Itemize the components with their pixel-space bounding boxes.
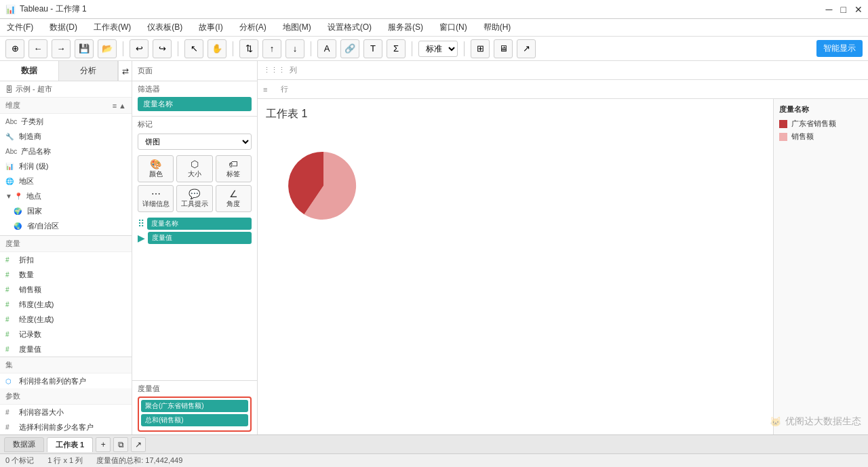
add-worksheet-btn[interactable]: + (96, 437, 111, 452)
menu-file[interactable]: 文件(F) (4, 20, 36, 35)
field-productname[interactable]: Abc 产品名称 (0, 144, 132, 159)
field-manufacturer[interactable]: 🔧 制造商 (0, 129, 132, 144)
close-btn[interactable]: ✕ (854, 4, 863, 15)
worksheet-title: 工作表 1 (266, 107, 765, 121)
toolbar-text-btn[interactable]: T (363, 39, 382, 58)
field-icon: 📊 (5, 163, 15, 170)
menu-window[interactable]: 窗口(N) (437, 20, 470, 35)
toolbar-redo-btn[interactable]: ↪ (153, 39, 172, 58)
left-tabs: 数据 分析 ⇄ (0, 61, 132, 81)
toolbar-save-btn[interactable]: 💾 (75, 39, 94, 58)
toolbar-select-btn[interactable]: ↖ (184, 39, 203, 58)
measure-values-section: 度量值 聚合(广东省销售额) 总和(销售额) (132, 380, 257, 434)
menu-analysis[interactable]: 分析(A) (237, 20, 269, 35)
panel-toggle-btn[interactable]: ⇄ (118, 61, 132, 81)
watermark-text: 优阁达大数据生态 (785, 415, 861, 428)
toolbar-sort-desc-btn[interactable]: ↓ (285, 39, 304, 58)
field-latitude[interactable]: # 纬度(生成) (0, 297, 132, 312)
marks-detail-btn[interactable]: ⋯ 详细信息 (138, 185, 174, 212)
maximize-btn[interactable]: □ (841, 4, 846, 15)
field-province[interactable]: 🌏 省/自治区 (0, 218, 132, 233)
toolbar-calc-btn[interactable]: Σ (387, 39, 406, 58)
toolbar-sort-asc-btn[interactable]: ↑ (262, 39, 281, 58)
filter-chip-measurenames[interactable]: 度量名称 (138, 97, 252, 111)
worksheet-tab[interactable]: 工作表 1 (47, 437, 93, 452)
toolbar-screen-btn[interactable]: 🖥 (494, 39, 513, 58)
field-icon: # (5, 286, 15, 293)
marks-size-btn[interactable]: ⬡ 大小 (176, 155, 212, 182)
tab-analysis[interactable]: 分析 (59, 61, 118, 81)
menu-format[interactable]: 设置格式(O) (325, 20, 374, 35)
watermark-icon: 🐱 (770, 416, 781, 427)
field-longitude[interactable]: # 经度(生成) (0, 312, 132, 327)
field-location[interactable]: ▼ 📍 地点 (0, 188, 132, 203)
toolbar-link-btn[interactable]: 🔗 (340, 39, 359, 58)
titlebar-left: 📊 Tableau - 工作簿 1 (5, 3, 87, 15)
field-quantity[interactable]: # 数量 (0, 267, 132, 282)
tab-data[interactable]: 数据 (0, 61, 59, 81)
field-discount[interactable]: # 折扣 (0, 252, 132, 267)
field-subcategory[interactable]: Abc 子类别 (0, 114, 132, 129)
app-title: Tableau - 工作簿 1 (20, 3, 87, 15)
marks-angle-btn[interactable]: ∠ 角度 (216, 185, 252, 212)
field-set-profit[interactable]: ⬡ 利润排名前列的客户 (0, 373, 132, 388)
measures-header: 度量 (0, 236, 132, 252)
toolbar-newsource-btn[interactable]: 📂 (98, 39, 117, 58)
dimensions-header: 维度 ≡ ▲ (0, 98, 132, 114)
status-rowscols: 1 行 x 1 列 (47, 455, 83, 466)
field-icon: ▼ 📍 (5, 192, 22, 200)
toolbar-font-btn[interactable]: A (317, 39, 336, 58)
field-measurevalues[interactable]: # 度量值 (0, 342, 132, 357)
smart-display-button[interactable]: 智能显示 (816, 40, 863, 57)
toolbar-home-btn[interactable]: ⊕ (5, 39, 24, 58)
menu-map[interactable]: 地图(M) (280, 20, 314, 35)
menu-help[interactable]: 帮助(H) (481, 20, 514, 35)
row-shelf: ≡ 行 (258, 80, 868, 99)
toolbar-pan-btn[interactable]: ✋ (208, 39, 226, 58)
marks-grid: 🎨 颜色 ⬡ 大小 🏷 标签 ⋯ 详细信息 💬 工具提示 (138, 155, 252, 212)
marks-tooltip-btn[interactable]: 💬 工具提示 (176, 185, 212, 212)
duplicate-worksheet-btn[interactable]: ⧉ (113, 437, 128, 452)
field-recordcount[interactable]: # 记录数 (0, 327, 132, 342)
parameters-header: 参数 (0, 388, 132, 405)
toolbar-share-btn[interactable]: ↗ (517, 39, 536, 58)
measure-chip-sales[interactable]: 总和(销售额) (141, 414, 248, 426)
field-icon: 🌏 (14, 222, 23, 230)
dimensions-toggle[interactable]: ≡ ▲ (113, 102, 126, 110)
toolbar-table-btn[interactable]: ⊞ (471, 39, 490, 58)
toolbar-swap-btn[interactable]: ⇅ (239, 39, 258, 58)
field-profitlevel[interactable]: 📊 利润 (级) (0, 159, 132, 174)
toolbar-forward-btn[interactable]: → (52, 39, 71, 58)
statusbar: 0 个标记 1 行 x 1 列 度量值的总和: 17,442,449 (0, 453, 868, 467)
export-worksheet-btn[interactable]: ↗ (131, 437, 146, 452)
bottom-tabs: 数据源 工作表 1 + ⧉ ↗ (0, 434, 868, 453)
field-sales[interactable]: # 销售额 (0, 282, 132, 297)
menu-story[interactable]: 故事(I) (196, 20, 225, 35)
field-param-profitsize[interactable]: # 利润容器大小 (0, 405, 132, 420)
measure-values-header: 度量值 (138, 384, 252, 394)
menu-server[interactable]: 服务器(S) (385, 20, 426, 35)
marks-label-btn[interactable]: 🏷 标签 (216, 155, 252, 182)
dimensions-list: Abc 子类别 🔧 制造商 Abc 产品名称 📊 利润 (级) 🌐 地区 ▼ 📍 (0, 114, 132, 236)
marks-type-dropdown[interactable]: 饼图 (138, 134, 252, 150)
menu-worksheet[interactable]: 工作表(W) (91, 20, 134, 35)
datasource-tab[interactable]: 数据源 (4, 437, 44, 452)
field-param-profittop[interactable]: # 选择利润前多少名客户 (0, 420, 132, 434)
pages-section: 页面 (132, 61, 257, 81)
toolbar-back-btn[interactable]: ← (28, 39, 47, 58)
field-icon: 🔧 (5, 133, 15, 140)
minimize-btn[interactable]: ─ (826, 4, 833, 15)
db-icon: 🗄 (5, 85, 13, 94)
field-country[interactable]: 🌍 国家 (0, 203, 132, 218)
toolbar-sep3 (233, 41, 233, 56)
toolbar-undo-btn[interactable]: ↩ (130, 39, 149, 58)
field-icon: # (5, 301, 15, 308)
marks-color-btn[interactable]: 🎨 颜色 (138, 155, 174, 182)
view-mode-select[interactable]: 标准 (418, 41, 458, 57)
menu-dashboard[interactable]: 仪表板(B) (144, 20, 185, 35)
measure-chip-guangdong[interactable]: 聚合(广东省销售额) (141, 400, 248, 412)
field-region[interactable]: 🌐 地区 (0, 174, 132, 188)
titlebar-controls[interactable]: ─ □ ✕ (826, 4, 863, 15)
menubar: 文件(F) 数据(D) 工作表(W) 仪表板(B) 故事(I) 分析(A) 地图… (0, 19, 868, 37)
menu-data[interactable]: 数据(D) (47, 20, 80, 35)
